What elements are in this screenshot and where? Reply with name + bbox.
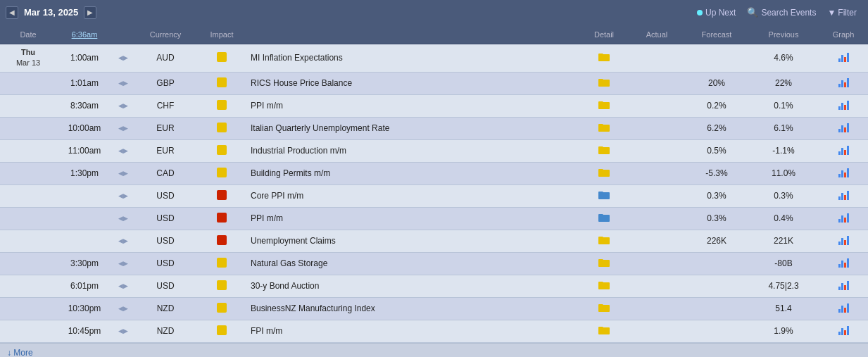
svg-rect-2 [217,100,227,110]
next-arrow[interactable]: ▶ [84,6,96,19]
cell-detail[interactable] [579,300,629,318]
cell-detail[interactable] [579,232,629,250]
cell-previous: 22% [748,75,819,91]
cell-detail[interactable] [579,165,629,182]
cell-sound: ◀▶ [113,167,134,180]
cell-detail[interactable] [579,142,629,160]
more-link[interactable]: ↓ More [7,348,33,357]
cell-detail[interactable] [579,255,629,273]
impact-yellow-icon [216,103,227,113]
cell-time: 11:00am [56,143,113,158]
table-row[interactable]: ThuMar 131:00am◀▶AUDMI Inflation Expecta… [0,44,868,73]
col-graph: Graph [819,30,868,39]
cell-event: PPI m/m [246,211,579,226]
svg-rect-0 [217,52,227,62]
cell-graph[interactable] [819,97,868,115]
svg-rect-3 [217,123,227,132]
cell-graph[interactable] [819,75,868,92]
table-row[interactable]: 3:30pm◀▶USDNatural Gas Storage-80B [0,253,868,275]
folder-yellow-icon [598,100,610,110]
cell-detail[interactable] [579,277,629,295]
folder-yellow-icon [598,280,610,290]
cell-date [0,103,56,108]
cell-time: 1:01am [56,75,113,91]
chart-icon [838,77,849,87]
filter-button[interactable]: ▼ Filter [822,6,862,20]
cell-time [56,238,113,244]
cell-detail[interactable] [579,187,629,205]
cell-actual [629,170,685,176]
table-row[interactable]: ◀▶USDPPI m/m0.3%0.4% [0,208,868,230]
table-row[interactable]: 10:45pm◀▶NZDFPI m/m1.9% [0,320,868,343]
col-time[interactable]: 6:36am [56,30,113,39]
cell-previous: 4.75|2.3 [748,278,819,294]
cell-graph[interactable] [819,322,868,340]
cell-graph[interactable] [819,165,868,182]
cell-time: 10:00am [56,120,113,136]
cell-time: 8:30am [56,98,113,113]
cell-event: Building Permits m/m [246,165,579,181]
up-next-button[interactable]: Up Next [691,6,741,20]
table-row[interactable]: 1:30pm◀▶CADBuilding Permits m/m-5.3%11.0… [0,163,868,185]
table-row[interactable]: 10:30pm◀▶NZDBusinessNZ Manufacturing Ind… [0,298,868,320]
cell-impact [197,142,246,161]
cell-currency: EUR [134,143,197,158]
cell-detail[interactable] [579,322,629,340]
table-row[interactable]: ◀▶USDUnemployment Claims226K221K [0,230,868,253]
cell-previous: 51.4 [748,301,819,316]
cell-previous: 0.1% [748,98,819,113]
table-row[interactable]: 1:01am◀▶GBPRICS House Price Balance20%22… [0,73,868,95]
cell-graph[interactable] [819,187,868,205]
cell-sound: ◀▶ [113,302,134,315]
table-row[interactable]: 11:00am◀▶EURIndustrial Production m/m0.5… [0,140,868,163]
table-row[interactable]: 10:00am◀▶EURItalian Quarterly Unemployme… [0,118,868,140]
cell-graph[interactable] [819,49,868,67]
cell-graph[interactable] [819,300,868,318]
cell-date [0,261,56,266]
cell-event: 30-y Bond Auction [246,278,579,294]
upnext-dot-icon [697,10,703,15]
table-row[interactable]: 8:30am◀▶CHFPPI m/m0.2%0.1% [0,95,868,118]
cell-graph[interactable] [819,210,868,227]
search-icon: 🔍 [747,7,758,18]
chart-icon [838,325,849,335]
cell-sound: ◀▶ [113,189,134,202]
cell-time: 10:45pm [56,323,113,339]
col-actual: Actual [629,30,685,39]
col-date: Date [0,30,56,39]
cell-detail[interactable] [579,120,629,137]
chart-icon [838,190,849,200]
svg-rect-10 [217,280,227,290]
cell-currency: CHF [134,98,197,113]
cell-date [0,125,56,131]
cell-graph[interactable] [819,255,868,273]
cell-currency: AUD [134,50,197,65]
cell-actual [629,306,685,311]
cell-detail[interactable] [579,75,629,92]
search-events-button[interactable]: 🔍 Search Events [741,5,822,20]
cell-impact [197,49,246,68]
up-next-label: Up Next [705,8,736,18]
col-forecast: Forecast [685,30,748,39]
cell-detail[interactable] [579,49,629,67]
cell-detail[interactable] [579,210,629,227]
cell-impact [197,119,246,138]
cell-graph[interactable] [819,277,868,295]
cell-forecast [685,328,748,334]
svg-rect-7 [217,213,227,223]
main-container: ◀ Mar 13, 2025 ▶ Up Next 🔍 Search Events… [0,0,868,357]
impact-yellow-icon [216,328,227,338]
cell-graph[interactable] [819,120,868,137]
cell-event: FPI m/m [246,323,579,339]
cell-sound: ◀▶ [113,77,134,89]
cell-graph[interactable] [819,232,868,250]
cell-time: 10:30pm [56,301,113,316]
cell-detail[interactable] [579,97,629,115]
impact-yellow-icon [216,148,227,158]
table-row[interactable]: 6:01pm◀▶USD30-y Bond Auction4.75|2.3 [0,275,868,298]
table-row[interactable]: ◀▶USDCore PPI m/m0.3%0.3% [0,185,868,208]
cell-forecast: -5.3% [685,165,748,181]
prev-arrow[interactable]: ◀ [6,6,18,19]
cell-date [0,193,56,199]
cell-graph[interactable] [819,142,868,160]
